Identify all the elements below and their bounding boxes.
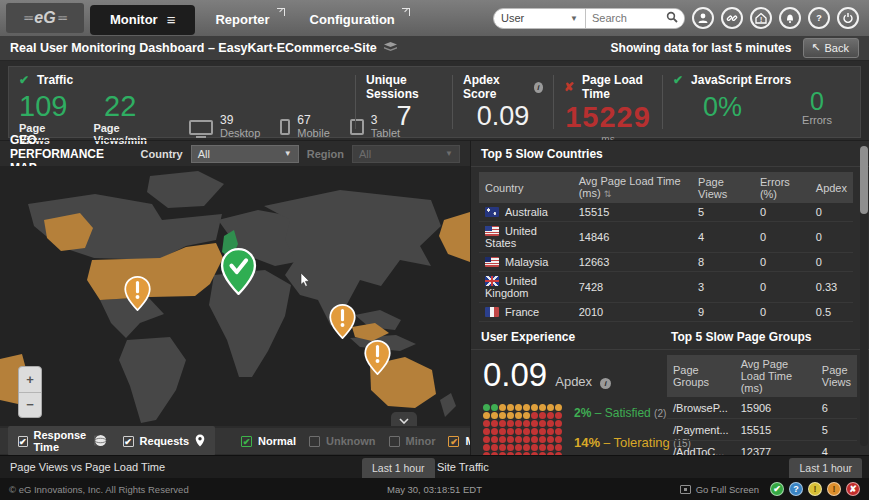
tab-monitor[interactable]: Monitor ≡	[90, 5, 195, 35]
hamburger-menu-icon[interactable]: ≡	[167, 11, 176, 28]
col-page-views: Page Views	[698, 176, 727, 200]
full-screen-icon[interactable]	[680, 485, 691, 494]
slow-countries-table: Country Avg Page Load Time (ms) ⇅ Page V…	[479, 172, 853, 322]
kpi-unique-sessions: Unique Sessions 7	[356, 67, 452, 137]
range-tab-site-traffic[interactable]: Last 1 hour	[789, 458, 862, 478]
apdex-dot	[539, 412, 546, 419]
country-dropdown[interactable]: All ▼	[191, 145, 299, 163]
map-pin-normal-europe[interactable]	[220, 248, 257, 299]
table-row[interactable]: Malaysia 126638 00	[479, 253, 853, 272]
tab-reporter[interactable]: Reporter	[195, 5, 289, 35]
world-map[interactable]: + −	[0, 166, 470, 426]
help-button[interactable]: ?	[808, 7, 830, 29]
apdex-dot	[483, 404, 490, 411]
user-profile-button[interactable]	[692, 7, 714, 29]
js-errors-count: 0	[810, 89, 824, 114]
range-tab-page-views[interactable]: Last 1 hour	[362, 458, 435, 478]
legend-unknown[interactable]: ✔ Unknown	[309, 435, 376, 447]
table-row[interactable]: Australia 155155 00	[479, 203, 853, 222]
page-views-vs-load-time-title: Page Views vs Page Load Time	[10, 461, 165, 473]
kpi-page-load-time: ✘ Page Load Time 15229 ms	[554, 67, 662, 137]
kpi-traffic: ✔ Traffic 109 Page Views 22 Page Views/m…	[9, 67, 355, 137]
flag-australia-icon	[485, 207, 499, 217]
info-icon[interactable]: i	[600, 378, 611, 389]
apdex-dot	[499, 420, 506, 427]
map-footer-bar: ✔ Response Time ✔ Requests ✔ N	[0, 428, 470, 454]
map-header: GEO PERFORMANCE MAP Country All ▼ Region…	[0, 140, 470, 166]
chevron-down-icon: ▼	[570, 14, 578, 23]
globe-icon	[94, 434, 107, 449]
table-row[interactable]: United Kingdom 74283 00.33	[479, 272, 853, 303]
apdex-dot	[499, 436, 506, 443]
region-dropdown[interactable]: All ▼	[352, 145, 460, 163]
external-link-icon	[402, 8, 410, 16]
flag-united-kingdom-icon	[485, 276, 499, 286]
logout-button[interactable]	[837, 7, 859, 29]
response-time-toggle-label: Response Time	[34, 429, 88, 453]
footer-bar: © eG Innovations, Inc. All Rights Reserv…	[0, 478, 869, 500]
apdex-dot	[531, 412, 538, 419]
svg-text:?: ?	[816, 13, 822, 23]
apdex-dot	[547, 436, 554, 443]
scrollbar-thumb[interactable]	[860, 146, 868, 214]
alarm-console-button[interactable]: !	[750, 7, 772, 29]
kpi-apdex-score: Apdex Score i 0.09	[453, 67, 553, 137]
apdex-dot	[555, 420, 562, 427]
map-pin-major-malaysia[interactable]	[329, 304, 356, 343]
map-collapse-button[interactable]	[391, 412, 417, 426]
integrations-button[interactable]	[721, 7, 743, 29]
top-navigation-bar: ≡≡ eG ≡≡ Monitor ≡ Reporter Configuratio…	[0, 0, 869, 36]
zoom-in-button[interactable]: +	[19, 367, 41, 393]
page-title: Real User Monitoring Dashboard – EasyKar…	[10, 41, 377, 55]
legend-minor[interactable]: ✔ Minor	[389, 435, 436, 447]
apdex-score-label: Apdex Score	[463, 73, 526, 101]
apdex-dot	[555, 444, 562, 451]
back-button[interactable]: ↖ Back	[803, 38, 859, 58]
tab-configuration[interactable]: Configuration	[290, 5, 415, 35]
apdex-dot	[539, 436, 546, 443]
search-pill: User ▼	[493, 8, 685, 29]
requests-toggle[interactable]: ✔ Requests	[123, 429, 206, 453]
logo-text: eG	[34, 9, 55, 27]
layers-icon[interactable]	[384, 42, 397, 55]
table-row[interactable]: /BrowseP...159066	[667, 397, 857, 419]
apdex-dot	[507, 436, 514, 443]
apdex-dot	[523, 428, 530, 435]
search-scope-dropdown[interactable]: User ▼	[494, 9, 586, 28]
apdex-dot	[547, 428, 554, 435]
info-icon[interactable]: i	[534, 82, 543, 93]
map-pin-major-usa[interactable]	[124, 276, 151, 315]
right-panel-scrollbar[interactable]	[860, 146, 868, 446]
search-input[interactable]	[586, 12, 660, 24]
notifications-button[interactable]	[779, 7, 801, 29]
apdex-dot	[507, 404, 514, 411]
apdex-dot	[523, 420, 530, 427]
apdex-dot	[507, 444, 514, 451]
region-dropdown-value: All	[359, 148, 371, 160]
apdex-dot	[555, 428, 562, 435]
js-errors-label: JavaScript Errors	[691, 73, 791, 87]
sort-icon[interactable]: ⇅	[604, 189, 612, 199]
table-row[interactable]: France 20109 00.5	[479, 303, 853, 322]
chevron-down-icon	[399, 410, 409, 426]
table-row[interactable]: United States 148464 00	[479, 222, 853, 253]
table-row[interactable]: /Payment...155155	[667, 419, 857, 441]
map-pin-major-australia[interactable]	[364, 340, 391, 379]
region-label: Region	[307, 148, 344, 160]
zoom-out-button[interactable]: −	[19, 393, 41, 418]
search-button[interactable]	[660, 9, 684, 28]
apdex-dot	[531, 428, 538, 435]
back-arrow-icon: ↖	[811, 41, 820, 54]
col-errors: Errors (%)	[760, 176, 790, 200]
search-icon	[666, 11, 678, 26]
legend-normal[interactable]: ✔ Normal	[241, 435, 296, 447]
checkbox-checked-icon: ✔	[241, 436, 252, 447]
mobile-label: Mobile	[297, 127, 329, 140]
user-icon	[697, 12, 709, 24]
device-desktop: 39 Desktop	[189, 114, 260, 140]
apdex-dot	[547, 412, 554, 419]
chevron-down-icon: ▼	[445, 149, 453, 158]
response-time-toggle[interactable]: ✔ Response Time	[18, 429, 107, 453]
eg-logo[interactable]: ≡≡ eG ≡≡	[6, 3, 84, 33]
check-icon: ✔	[19, 73, 29, 87]
